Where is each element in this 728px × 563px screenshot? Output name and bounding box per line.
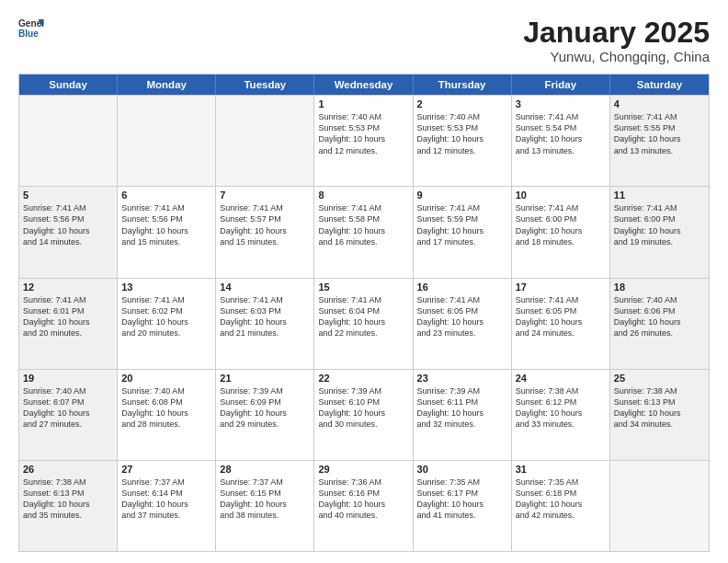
cell-info: Sunrise: 7:41 AM Sunset: 6:03 PM Dayligh… <box>220 294 310 339</box>
cell-info: Sunrise: 7:38 AM Sunset: 6:13 PM Dayligh… <box>614 385 705 431</box>
day-cell-30: 30Sunrise: 7:35 AM Sunset: 6:17 PM Dayli… <box>414 461 512 551</box>
day-number: 6 <box>121 190 211 201</box>
cell-info: Sunrise: 7:39 AM Sunset: 6:10 PM Dayligh… <box>318 385 408 431</box>
cell-info: Sunrise: 7:39 AM Sunset: 6:11 PM Dayligh… <box>417 385 507 431</box>
day-number: 9 <box>417 190 507 201</box>
day-cell-17: 17Sunrise: 7:41 AM Sunset: 6:05 PM Dayli… <box>512 279 610 369</box>
day-cell-11: 11Sunrise: 7:41 AM Sunset: 6:00 PM Dayli… <box>610 187 709 277</box>
day-number: 8 <box>318 190 408 201</box>
cell-info: Sunrise: 7:41 AM Sunset: 5:56 PM Dayligh… <box>121 202 211 247</box>
day-cell-8: 8Sunrise: 7:41 AM Sunset: 5:58 PM Daylig… <box>314 187 413 277</box>
day-cell-4: 4Sunrise: 7:41 AM Sunset: 5:55 PM Daylig… <box>610 96 709 186</box>
day-number: 26 <box>23 464 113 475</box>
cell-info: Sunrise: 7:41 AM Sunset: 6:04 PM Dayligh… <box>318 294 408 339</box>
calendar-row-2: 12Sunrise: 7:41 AM Sunset: 6:01 PM Dayli… <box>19 278 709 369</box>
cell-info: Sunrise: 7:41 AM Sunset: 6:02 PM Dayligh… <box>121 294 211 339</box>
day-cell-27: 27Sunrise: 7:37 AM Sunset: 6:14 PM Dayli… <box>118 461 216 551</box>
day-cell-16: 16Sunrise: 7:41 AM Sunset: 6:05 PM Dayli… <box>414 279 512 369</box>
day-cell-21: 21Sunrise: 7:39 AM Sunset: 6:09 PM Dayli… <box>216 370 314 460</box>
calendar: SundayMondayTuesdayWednesdayThursdayFrid… <box>18 74 710 552</box>
day-cell-3: 3Sunrise: 7:41 AM Sunset: 5:54 PM Daylig… <box>512 96 610 186</box>
month-title: January 2025 <box>523 17 710 49</box>
day-number: 29 <box>318 464 408 475</box>
day-cell-6: 6Sunrise: 7:41 AM Sunset: 5:56 PM Daylig… <box>118 187 216 277</box>
empty-cell <box>610 461 709 551</box>
day-number: 17 <box>516 282 606 293</box>
location: Yunwu, Chongqing, China <box>523 49 710 64</box>
day-number: 18 <box>614 282 705 293</box>
day-cell-9: 9Sunrise: 7:41 AM Sunset: 5:59 PM Daylig… <box>414 187 512 277</box>
cell-info: Sunrise: 7:37 AM Sunset: 6:15 PM Dayligh… <box>220 477 310 522</box>
day-number: 16 <box>417 282 507 293</box>
calendar-row-3: 19Sunrise: 7:40 AM Sunset: 6:07 PM Dayli… <box>19 369 709 460</box>
header-day-thursday: Thursday <box>414 75 512 95</box>
header-day-tuesday: Tuesday <box>216 75 314 95</box>
day-cell-31: 31Sunrise: 7:35 AM Sunset: 6:18 PM Dayli… <box>512 461 610 551</box>
day-cell-28: 28Sunrise: 7:37 AM Sunset: 6:15 PM Dayli… <box>216 461 314 551</box>
cell-info: Sunrise: 7:41 AM Sunset: 5:57 PM Dayligh… <box>220 202 310 247</box>
calendar-row-0: 1Sunrise: 7:40 AM Sunset: 5:53 PM Daylig… <box>19 95 709 186</box>
svg-text:Blue: Blue <box>18 29 39 39</box>
header-day-friday: Friday <box>512 75 610 95</box>
day-cell-26: 26Sunrise: 7:38 AM Sunset: 6:13 PM Dayli… <box>19 461 118 551</box>
calendar-row-4: 26Sunrise: 7:38 AM Sunset: 6:13 PM Dayli… <box>19 460 709 551</box>
day-number: 2 <box>417 98 507 109</box>
header-day-sunday: Sunday <box>19 75 118 95</box>
day-cell-1: 1Sunrise: 7:40 AM Sunset: 5:53 PM Daylig… <box>314 96 413 186</box>
cell-info: Sunrise: 7:38 AM Sunset: 6:13 PM Dayligh… <box>23 477 113 522</box>
day-number: 10 <box>516 190 606 201</box>
day-cell-23: 23Sunrise: 7:39 AM Sunset: 6:11 PM Dayli… <box>414 370 512 460</box>
day-cell-7: 7Sunrise: 7:41 AM Sunset: 5:57 PM Daylig… <box>216 187 314 277</box>
calendar-header: SundayMondayTuesdayWednesdayThursdayFrid… <box>19 75 709 95</box>
cell-info: Sunrise: 7:41 AM Sunset: 5:55 PM Dayligh… <box>614 111 705 156</box>
day-cell-5: 5Sunrise: 7:41 AM Sunset: 5:56 PM Daylig… <box>19 187 118 277</box>
day-cell-24: 24Sunrise: 7:38 AM Sunset: 6:12 PM Dayli… <box>512 370 610 460</box>
cell-info: Sunrise: 7:40 AM Sunset: 6:08 PM Dayligh… <box>121 385 211 431</box>
day-number: 4 <box>614 98 705 109</box>
day-number: 31 <box>516 464 606 475</box>
day-number: 24 <box>516 373 606 384</box>
day-number: 27 <box>121 464 211 475</box>
day-number: 22 <box>318 373 408 384</box>
day-cell-18: 18Sunrise: 7:40 AM Sunset: 6:06 PM Dayli… <box>610 279 709 369</box>
cell-info: Sunrise: 7:40 AM Sunset: 5:53 PM Dayligh… <box>318 111 408 156</box>
calendar-body: 1Sunrise: 7:40 AM Sunset: 5:53 PM Daylig… <box>19 95 709 551</box>
day-number: 7 <box>220 190 310 201</box>
header-day-wednesday: Wednesday <box>314 75 413 95</box>
cell-info: Sunrise: 7:41 AM Sunset: 5:58 PM Dayligh… <box>318 202 408 247</box>
day-cell-14: 14Sunrise: 7:41 AM Sunset: 6:03 PM Dayli… <box>216 279 314 369</box>
day-number: 30 <box>417 464 507 475</box>
day-cell-20: 20Sunrise: 7:40 AM Sunset: 6:08 PM Dayli… <box>118 370 216 460</box>
day-number: 13 <box>121 282 211 293</box>
day-cell-25: 25Sunrise: 7:38 AM Sunset: 6:13 PM Dayli… <box>610 370 709 460</box>
day-number: 1 <box>318 98 408 109</box>
logo-icon: General Blue <box>18 17 44 42</box>
header-day-saturday: Saturday <box>610 75 709 95</box>
cell-info: Sunrise: 7:35 AM Sunset: 6:18 PM Dayligh… <box>516 477 606 522</box>
day-number: 3 <box>516 98 606 109</box>
day-number: 5 <box>23 190 113 201</box>
cell-info: Sunrise: 7:41 AM Sunset: 5:54 PM Dayligh… <box>516 111 606 156</box>
day-cell-29: 29Sunrise: 7:36 AM Sunset: 6:16 PM Dayli… <box>314 461 413 551</box>
empty-cell <box>118 96 216 186</box>
day-cell-13: 13Sunrise: 7:41 AM Sunset: 6:02 PM Dayli… <box>118 279 216 369</box>
day-number: 25 <box>614 373 705 384</box>
cell-info: Sunrise: 7:40 AM Sunset: 6:07 PM Dayligh… <box>23 385 113 431</box>
day-number: 28 <box>220 464 310 475</box>
cell-info: Sunrise: 7:40 AM Sunset: 6:06 PM Dayligh… <box>614 294 705 339</box>
cell-info: Sunrise: 7:35 AM Sunset: 6:17 PM Dayligh… <box>417 477 507 522</box>
cell-info: Sunrise: 7:41 AM Sunset: 6:05 PM Dayligh… <box>516 294 606 339</box>
title-block: January 2025 Yunwu, Chongqing, China <box>523 17 710 64</box>
cell-info: Sunrise: 7:37 AM Sunset: 6:14 PM Dayligh… <box>121 477 211 522</box>
cell-info: Sunrise: 7:38 AM Sunset: 6:12 PM Dayligh… <box>516 385 606 431</box>
day-number: 12 <box>23 282 113 293</box>
cell-info: Sunrise: 7:41 AM Sunset: 5:59 PM Dayligh… <box>417 202 507 247</box>
day-cell-15: 15Sunrise: 7:41 AM Sunset: 6:04 PM Dayli… <box>314 279 413 369</box>
logo: General Blue <box>18 17 44 42</box>
day-number: 15 <box>318 282 408 293</box>
day-number: 20 <box>121 373 211 384</box>
cell-info: Sunrise: 7:41 AM Sunset: 6:00 PM Dayligh… <box>614 202 705 247</box>
cell-info: Sunrise: 7:41 AM Sunset: 6:01 PM Dayligh… <box>23 294 113 339</box>
header-day-monday: Monday <box>118 75 216 95</box>
day-number: 14 <box>220 282 310 293</box>
